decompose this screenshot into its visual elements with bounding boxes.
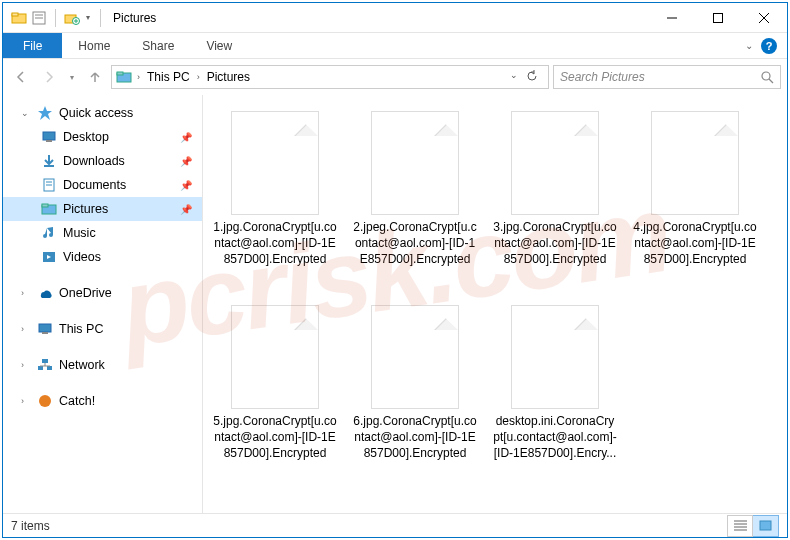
search-input[interactable]: Search Pictures — [553, 65, 781, 89]
tree-label: Videos — [63, 250, 101, 264]
tab-home[interactable]: Home — [62, 33, 126, 58]
forward-button[interactable] — [37, 65, 61, 89]
tree-label: Desktop — [63, 130, 109, 144]
folder-icon — [11, 10, 27, 26]
file-thumbnail-icon — [651, 111, 739, 215]
file-name: 3.jpg.CoronaCrypt[u.contact@aol.com]-[ID… — [491, 219, 619, 268]
sidebar-item-catch-[interactable]: ›Catch! — [3, 389, 202, 413]
expand-caret-icon[interactable]: › — [21, 360, 31, 370]
ribbon-collapse-icon[interactable]: ⌄ — [745, 40, 753, 51]
svg-point-35 — [39, 395, 51, 407]
expand-caret-icon[interactable]: › — [21, 396, 31, 406]
file-item[interactable]: 2.jpeg.CoronaCrypt[u.contact@aol.com]-[I… — [351, 105, 479, 295]
address-bar[interactable]: › This PC › Pictures ⌄ — [111, 65, 549, 89]
pictures-folder-icon — [116, 69, 132, 85]
file-name: 2.jpeg.CoronaCrypt[u.contact@aol.com]-[I… — [351, 219, 479, 268]
drive-icon — [37, 357, 53, 373]
tab-view[interactable]: View — [190, 33, 248, 58]
help-icon[interactable]: ? — [761, 38, 777, 54]
file-thumbnail-icon — [231, 305, 319, 409]
svg-marker-17 — [38, 106, 52, 120]
sidebar-item-onedrive[interactable]: ›OneDrive — [3, 281, 202, 305]
details-view-button[interactable] — [727, 515, 753, 537]
quick-access-toolbar: ▾ — [3, 9, 105, 27]
svg-rect-18 — [43, 132, 55, 140]
svg-rect-1 — [12, 13, 18, 16]
file-tab[interactable]: File — [3, 33, 62, 58]
breadcrumb-segment[interactable]: Pictures — [205, 70, 252, 84]
folder-icon — [41, 249, 57, 265]
svg-rect-14 — [117, 72, 123, 75]
file-name: 6.jpg.CoronaCrypt[u.contact@aol.com]-[ID… — [351, 413, 479, 462]
item-count: 7 items — [11, 519, 50, 533]
tree-label: Quick access — [59, 106, 133, 120]
back-button[interactable] — [9, 65, 33, 89]
expand-caret-icon[interactable]: › — [21, 324, 31, 334]
maximize-button[interactable] — [695, 3, 741, 33]
body: ⌄ Quick access Desktop📌Downloads📌Documen… — [3, 95, 787, 513]
navigation-pane: ⌄ Quick access Desktop📌Downloads📌Documen… — [3, 95, 203, 513]
caption-buttons — [649, 3, 787, 33]
close-button[interactable] — [741, 3, 787, 33]
file-name: 1.jpg.CoronaCrypt[u.contact@aol.com]-[ID… — [211, 219, 339, 268]
chevron-right-icon[interactable]: › — [194, 72, 203, 82]
file-item[interactable]: desktop.ini.CoronaCrypt[u.contact@aol.co… — [491, 299, 619, 489]
file-name: 5.jpg.CoronaCrypt[u.contact@aol.com]-[ID… — [211, 413, 339, 462]
file-thumbnail-icon — [511, 111, 599, 215]
drive-icon — [37, 285, 53, 301]
sidebar-item-pictures[interactable]: Pictures📌 — [3, 197, 202, 221]
file-grid[interactable]: 1.jpg.CoronaCrypt[u.contact@aol.com]-[ID… — [203, 95, 787, 513]
file-item[interactable]: 4.jpg.CoronaCrypt[u.contact@aol.com]-[ID… — [631, 105, 759, 295]
view-toggle — [727, 515, 779, 537]
svg-rect-19 — [46, 140, 52, 142]
sidebar-item-this-pc[interactable]: ›This PC — [3, 317, 202, 341]
svg-rect-32 — [42, 359, 48, 363]
file-item[interactable]: 1.jpg.CoronaCrypt[u.contact@aol.com]-[ID… — [211, 105, 339, 295]
chevron-right-icon[interactable]: › — [134, 72, 143, 82]
file-thumbnail-icon — [511, 305, 599, 409]
recent-locations-icon[interactable]: ▾ — [65, 65, 79, 89]
qat-dropdown-icon[interactable]: ▾ — [84, 13, 92, 22]
sidebar-item-videos[interactable]: Videos — [3, 245, 202, 269]
pin-icon: 📌 — [180, 132, 192, 143]
svg-rect-40 — [760, 521, 771, 530]
window-title: Pictures — [113, 11, 156, 25]
thumbnails-view-button[interactable] — [753, 515, 779, 537]
tree-label: Catch! — [59, 394, 95, 408]
properties-icon[interactable] — [31, 10, 47, 26]
sidebar-item-desktop[interactable]: Desktop📌 — [3, 125, 202, 149]
file-item[interactable]: 6.jpg.CoronaCrypt[u.contact@aol.com]-[ID… — [351, 299, 479, 489]
refresh-icon[interactable] — [526, 70, 538, 85]
sidebar-item-music[interactable]: Music — [3, 221, 202, 245]
file-thumbnail-icon — [231, 111, 319, 215]
sidebar-item-downloads[interactable]: Downloads📌 — [3, 149, 202, 173]
expand-caret-icon[interactable]: ⌄ — [21, 108, 31, 118]
svg-rect-29 — [42, 332, 48, 334]
star-icon — [37, 105, 53, 121]
folder-icon — [41, 225, 57, 241]
sidebar-item-documents[interactable]: Documents📌 — [3, 173, 202, 197]
file-item[interactable]: 5.jpg.CoronaCrypt[u.contact@aol.com]-[ID… — [211, 299, 339, 489]
file-item[interactable]: 3.jpg.CoronaCrypt[u.contact@aol.com]-[ID… — [491, 105, 619, 295]
drive-icon — [37, 321, 53, 337]
tree-label: Pictures — [63, 202, 108, 216]
tree-label: This PC — [59, 322, 103, 336]
qat-separator — [55, 9, 56, 27]
tree-label: Downloads — [63, 154, 125, 168]
sidebar-item-network[interactable]: ›Network — [3, 353, 202, 377]
expand-caret-icon[interactable]: › — [21, 288, 31, 298]
search-placeholder: Search Pictures — [560, 70, 645, 84]
dropdown-icon[interactable]: ⌄ — [510, 70, 518, 85]
up-button[interactable] — [83, 65, 107, 89]
file-name: 4.jpg.CoronaCrypt[u.contact@aol.com]-[ID… — [631, 219, 759, 268]
file-thumbnail-icon — [371, 111, 459, 215]
ribbon-tabs: File Home Share View ⌄ ? — [3, 33, 787, 59]
breadcrumb-segment[interactable]: This PC — [145, 70, 192, 84]
svg-line-16 — [769, 79, 773, 83]
minimize-button[interactable] — [649, 3, 695, 33]
explorer-window: ▾ Pictures File Home Share View ⌄ ? ▾ › … — [2, 2, 788, 538]
file-name: desktop.ini.CoronaCrypt[u.contact@aol.co… — [491, 413, 619, 462]
quick-access-root[interactable]: ⌄ Quick access — [3, 101, 202, 125]
new-folder-icon[interactable] — [64, 10, 80, 26]
tab-share[interactable]: Share — [126, 33, 190, 58]
